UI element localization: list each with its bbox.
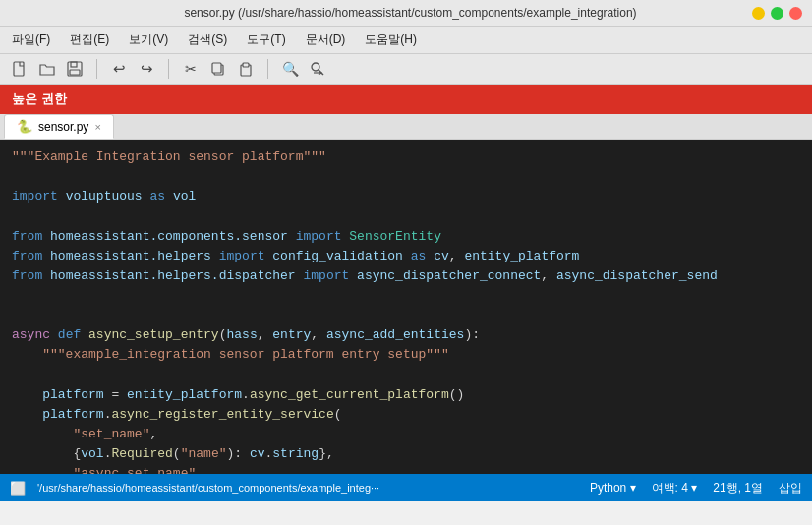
status-indent[interactable]: 여백: 4 ▾ — [652, 480, 698, 496]
code-line-11: """example_integration sensor platform e… — [12, 345, 804, 365]
warning-text: 높은 권한 — [12, 91, 67, 106]
editor-area[interactable]: """Example Integration sensor platform""… — [0, 140, 812, 474]
code-line-2 — [12, 167, 804, 187]
tab-label: sensor.py — [38, 120, 88, 134]
tab-sensor-py[interactable]: 🐍 sensor.py × — [4, 114, 114, 139]
tab-bar: 🐍 sensor.py × — [0, 114, 812, 140]
status-right: Python ▾ 여백: 4 ▾ 21행, 1열 삽입 — [590, 480, 802, 496]
status-language[interactable]: Python ▾ — [590, 481, 636, 495]
maximize-button[interactable] — [771, 7, 783, 20]
code-line-4 — [12, 206, 804, 226]
svg-rect-3 — [70, 70, 80, 75]
menu-view[interactable]: 보기(V) — [125, 29, 172, 50]
menu-search[interactable]: 검색(S) — [184, 29, 231, 50]
menu-tools[interactable]: 도구(T) — [243, 29, 289, 50]
code-line-8 — [12, 286, 804, 306]
python-file-icon: 🐍 — [17, 119, 32, 134]
status-position: 21행, 1열 — [713, 480, 763, 496]
title-bar: sensor.py (/usr/share/hassio/homeassista… — [0, 0, 812, 27]
status-bar: ⬜ '/usr/share/hassio/homeassistant/custo… — [0, 474, 812, 501]
language-chevron-icon: ▾ — [630, 481, 636, 495]
toolbar-separator-2 — [168, 59, 169, 79]
svg-point-8 — [312, 63, 319, 71]
svg-rect-2 — [71, 62, 77, 67]
menu-file[interactable]: 파일(F) — [8, 29, 54, 50]
svg-rect-0 — [14, 62, 24, 76]
menu-help[interactable]: 도움말(H) — [361, 29, 421, 50]
toolbar-separator-3 — [267, 59, 268, 79]
indent-chevron-icon: ▾ — [691, 481, 697, 495]
code-line-17: "async_set_name" — [12, 464, 804, 474]
close-button[interactable] — [789, 7, 802, 20]
menu-edit[interactable]: 편집(E) — [66, 29, 113, 50]
code-line-9 — [12, 306, 804, 325]
code-line-10: async def async_setup_entry(hass, entry,… — [12, 325, 804, 345]
window-controls — [752, 7, 802, 20]
menu-bar: 파일(F) 편집(E) 보기(V) 검색(S) 도구(T) 문서(D) 도움말(… — [0, 27, 812, 54]
code-line-12 — [12, 366, 804, 385]
find-button[interactable]: 🔍 — [278, 58, 302, 80]
minimize-button[interactable] — [752, 7, 765, 20]
terminal-icon: ⬜ — [10, 481, 26, 496]
toolbar-separator-1 — [96, 59, 97, 79]
open-file-button[interactable] — [35, 58, 59, 80]
status-mode: 삽입 — [779, 480, 802, 496]
tab-close-button[interactable]: × — [94, 121, 100, 133]
code-line-6: from homeassistant.helpers import config… — [12, 247, 804, 266]
status-left: ⬜ '/usr/share/hassio/homeassistant/custo… — [10, 481, 379, 496]
toolbar-history-group: ↩ ↪ — [107, 58, 158, 80]
toolbar-search-group: 🔍 — [278, 58, 329, 80]
copy-button[interactable] — [206, 58, 230, 80]
redo-button[interactable]: ↪ — [135, 58, 158, 80]
code-line-5: from homeassistant.components.sensor imp… — [12, 227, 804, 247]
new-file-button[interactable] — [8, 58, 31, 80]
svg-rect-7 — [243, 63, 249, 67]
toolbar: ↩ ↪ ✂ 🔍 — [0, 54, 812, 85]
paste-button[interactable] — [234, 58, 258, 80]
code-line-3: import voluptuous as vol — [12, 187, 804, 206]
code-line-7: from homeassistant.helpers.dispatcher im… — [12, 266, 804, 286]
save-file-button[interactable] — [63, 58, 87, 80]
menu-docs[interactable]: 문서(D) — [302, 29, 350, 50]
code-line-16: {vol.Required("name"): cv.string}, — [12, 444, 804, 464]
status-path: '/usr/share/hassio/homeassistant/custom_… — [37, 482, 379, 494]
replace-button[interactable] — [306, 58, 329, 80]
warning-bar: 높은 권한 — [0, 85, 812, 114]
toolbar-file-group — [8, 58, 87, 80]
code-line-15: "set_name", — [12, 425, 804, 444]
window-title: sensor.py (/usr/share/hassio/homeassista… — [69, 6, 752, 20]
undo-button[interactable]: ↩ — [107, 58, 131, 80]
code-line-14: platform.async_register_entity_service( — [12, 405, 804, 425]
toolbar-clipboard-group: ✂ — [179, 58, 258, 80]
svg-rect-5 — [212, 63, 221, 73]
cut-button[interactable]: ✂ — [179, 58, 203, 80]
code-line-13: platform = entity_platform.async_get_cur… — [12, 385, 804, 405]
code-line-1: """Example Integration sensor platform""… — [12, 147, 804, 167]
